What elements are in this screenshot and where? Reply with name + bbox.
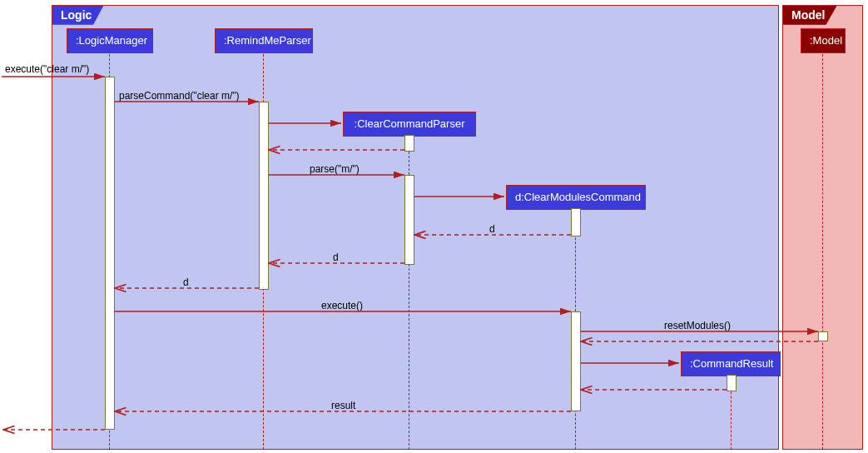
participant-commandresult: :CommandResult — [681, 351, 781, 376]
participant-clearcommandparser: :ClearCommandParser — [343, 112, 476, 137]
msg-return-d2: d — [333, 251, 339, 263]
activation-clearcommandparser-2 — [404, 175, 414, 265]
activation-commandresult — [727, 375, 737, 391]
frame-logic: Logic — [52, 5, 779, 450]
participant-remindmeparser: :RemindMeParser — [215, 28, 313, 53]
msg-result: result — [331, 400, 355, 411]
msg-execute-in: execute("clear m/") — [5, 63, 89, 75]
activation-remindmeparser — [259, 102, 269, 290]
msg-parse: parse("m/") — [310, 163, 360, 175]
participant-logicmanager: :LogicManager — [67, 28, 153, 53]
frame-logic-label: Logic — [52, 6, 103, 25]
sequence-diagram: Logic Model :LogicManager :RemindMeParse… — [0, 0, 868, 453]
activation-logicmanager — [105, 77, 115, 430]
activation-clearmodulescommand-2 — [571, 311, 581, 411]
frame-model-label: Model — [783, 6, 836, 25]
participant-clearmodulescommand: d:ClearModulesCommand — [506, 185, 646, 210]
msg-parsecommand: parseCommand("clear m/") — [119, 90, 240, 102]
msg-return-d3: d — [183, 276, 189, 288]
activation-clearmodulescommand-1 — [571, 208, 581, 236]
participant-model: :Model — [801, 28, 846, 53]
lifeline-model — [822, 50, 823, 450]
activation-clearcommandparser-1 — [404, 135, 414, 152]
msg-return-d1: d — [489, 223, 495, 235]
activation-model — [818, 331, 828, 341]
msg-resetmodules: resetModules() — [664, 320, 731, 331]
msg-execute-cmd: execute() — [321, 300, 363, 311]
